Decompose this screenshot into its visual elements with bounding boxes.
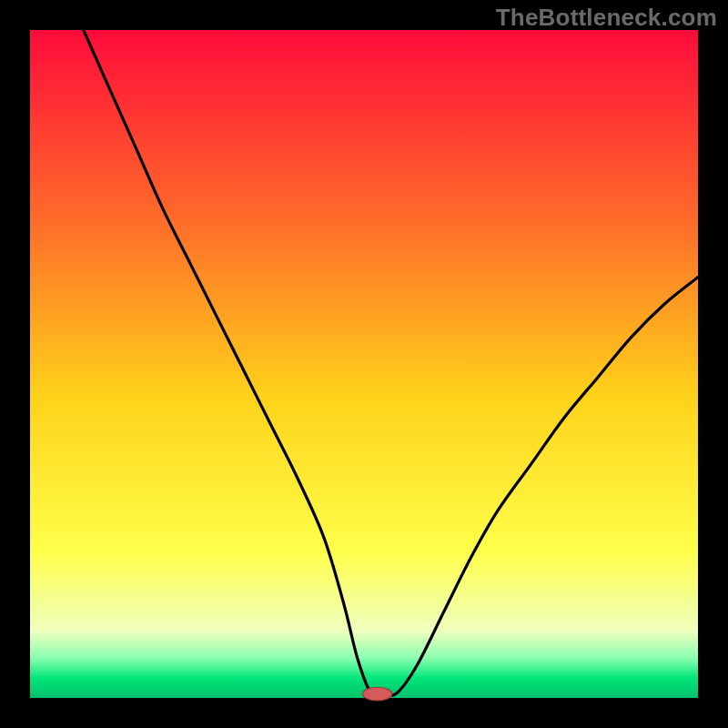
chart-container: TheBottleneck.com bbox=[0, 0, 728, 728]
watermark-text: TheBottleneck.com bbox=[496, 4, 717, 32]
plot-area bbox=[30, 30, 698, 698]
optimal-marker bbox=[363, 687, 392, 701]
chart-svg bbox=[0, 0, 728, 728]
